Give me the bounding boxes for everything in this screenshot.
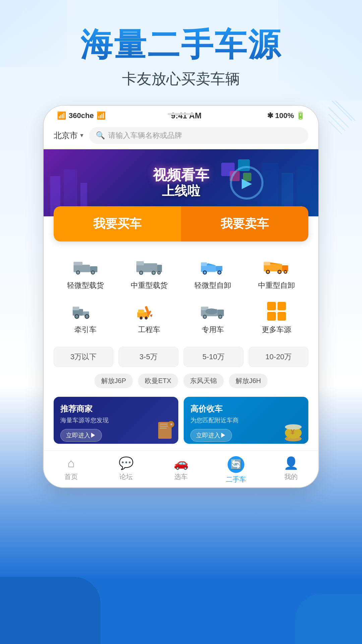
forum-icon: 💬	[119, 456, 134, 470]
location-text: 北京市	[54, 130, 78, 141]
search-area: 北京市 ▼ 🔍 请输入车辆名称或品牌	[44, 124, 318, 149]
svg-rect-41	[264, 262, 270, 265]
play-icon: ▶	[242, 175, 252, 191]
more-icon	[261, 301, 292, 321]
bottom-cards: 推荐商家 海量车源等您发现 立即进入▶ ★ 高价收车 为您匹配附近车商 立即进入…	[44, 393, 318, 450]
heavy-dump-icon	[261, 257, 292, 277]
price-tag-1[interactable]: 3-5万	[119, 347, 178, 367]
category-more[interactable]: 更多车源	[245, 296, 308, 340]
light-cargo-icon	[70, 257, 101, 277]
location-button[interactable]: 北京市 ▼	[54, 130, 84, 141]
nav-label-forum: 论坛	[119, 472, 133, 481]
svg-point-48	[285, 271, 287, 273]
search-input-box[interactable]: 🔍 请输入车辆名称或品牌	[89, 127, 308, 144]
merchant-card-title: 推荐商家	[60, 404, 172, 414]
svg-point-21	[92, 271, 94, 273]
category-label-5: 工程车	[138, 325, 160, 335]
svg-point-19	[77, 271, 79, 273]
search-placeholder: 请输入车辆名称或品牌	[108, 130, 182, 141]
price-tag-2[interactable]: 5-10万	[184, 347, 243, 367]
car-select-icon: 🚗	[174, 456, 189, 470]
buy-button[interactable]: 我要买车	[54, 206, 181, 241]
merchant-card-deco: ★	[155, 420, 175, 440]
category-light-dump[interactable]: 轻微型自卸	[181, 252, 245, 296]
svg-point-70	[219, 315, 222, 318]
highprice-card-btn[interactable]: 立即进入▶	[190, 429, 232, 442]
svg-point-30	[158, 272, 160, 274]
dropdown-arrow-icon: ▼	[79, 132, 84, 139]
header-area: 海量二手车源 卡友放心买卖车辆	[0, 0, 362, 102]
svg-point-62	[145, 316, 148, 319]
signal-icon: 📶	[57, 111, 66, 120]
category-special[interactable]: 专用车	[181, 296, 245, 340]
category-light-cargo[interactable]: 轻微型载货	[54, 252, 117, 296]
used-car-active-circle: 🔄	[228, 456, 244, 473]
sell-button[interactable]: 我要卖车	[181, 206, 308, 241]
nav-used-car[interactable]: 🔄 二手车	[208, 456, 263, 484]
category-tractor[interactable]: 牵引车	[54, 296, 117, 340]
category-label-1: 中重型载货	[131, 280, 168, 290]
svg-rect-57	[138, 310, 144, 313]
svg-rect-23	[136, 261, 144, 265]
price-tags: 3万以下 3-5万 5-10万 10-20万	[44, 343, 318, 372]
status-bar-time: 9:41 AM	[171, 111, 201, 120]
svg-point-38	[218, 271, 221, 273]
price-tag-3[interactable]: 10-20万	[249, 347, 308, 367]
nav-label-usedcar: 二手车	[226, 475, 246, 484]
price-tag-0[interactable]: 3万以下	[54, 347, 113, 367]
merchant-card-btn[interactable]: 立即进入▶	[60, 429, 102, 442]
banner-play-button[interactable]: ▶	[230, 166, 263, 200]
engineering-icon	[134, 301, 164, 321]
svg-rect-50	[73, 307, 79, 310]
highprice-card[interactable]: 高价收车 为您匹配附近车商 立即进入▶ ¥	[184, 397, 308, 444]
carrier-name: 360che	[69, 111, 94, 120]
nav-forum[interactable]: 💬 论坛	[99, 456, 154, 484]
bottom-nav: ⌂ 首页 💬 论坛 🚗 选车 🔄 二手车 👤 我的	[44, 450, 318, 487]
brand-tag-0[interactable]: 解放J6P	[95, 374, 133, 388]
home-icon: ⌂	[67, 456, 75, 470]
bg-deco-bottom-left	[0, 577, 101, 644]
phone-speaker	[168, 113, 194, 115]
status-bar-left: 📶 360che 📶	[57, 111, 106, 120]
phone-wrapper: 📶 360che 📶 9:41 AM ✱ 100% 🔋 北京市 ▼ 🔍 请输入车…	[0, 106, 362, 487]
svg-point-44	[267, 271, 269, 273]
phone-mockup: 📶 360che 📶 9:41 AM ✱ 100% 🔋 北京市 ▼ 🔍 请输入车…	[44, 106, 318, 487]
brand-tag-2[interactable]: 东风天锦	[183, 374, 224, 388]
category-heavy-cargo[interactable]: 中重型载货	[117, 252, 181, 296]
svg-rect-15	[73, 265, 90, 272]
svg-rect-74	[160, 428, 167, 429]
svg-rect-31	[201, 265, 216, 272]
category-label-0: 轻微型载货	[67, 280, 104, 290]
wifi-icon: 📶	[97, 111, 106, 120]
merchant-card[interactable]: 推荐商家 海量车源等您发现 立即进入▶ ★	[54, 397, 178, 444]
svg-point-55	[85, 315, 88, 318]
brand-tag-3[interactable]: 解放J6H	[229, 374, 268, 388]
svg-point-53	[75, 315, 78, 318]
nav-car-select[interactable]: 🚗 选车	[154, 456, 208, 484]
bluetooth-icon: ✱	[267, 111, 273, 120]
svg-point-36	[203, 271, 206, 273]
special-vehicle-icon	[198, 301, 228, 321]
banner-text-line1: 视频看车	[153, 167, 209, 183]
svg-rect-73	[160, 426, 168, 427]
category-label-2: 轻微型自卸	[194, 280, 231, 290]
category-label-3: 中重型自卸	[258, 280, 295, 290]
category-label-7: 更多车源	[262, 325, 291, 335]
highprice-card-deco: ¥	[282, 420, 305, 442]
category-heavy-dump[interactable]: 中重型自卸	[245, 252, 308, 296]
nav-profile[interactable]: 👤 我的	[263, 456, 318, 484]
sub-title: 卡友放心买卖车辆	[20, 69, 342, 89]
status-bar-right: ✱ 100% 🔋	[267, 111, 305, 120]
tractor-icon	[70, 301, 101, 321]
battery-text: 100%	[275, 111, 294, 120]
category-label-4: 牵引车	[74, 325, 97, 335]
nav-label-home: 首页	[64, 472, 78, 481]
brand-tag-1[interactable]: 欧曼ETX	[138, 374, 178, 388]
svg-point-28	[153, 271, 155, 274]
nav-home[interactable]: ⌂ 首页	[44, 456, 99, 484]
used-car-icon: 🔄	[230, 459, 242, 470]
highprice-card-title: 高价收车	[190, 404, 302, 414]
category-engineering[interactable]: 工程车	[117, 296, 181, 340]
main-title: 海量二手车源	[20, 27, 342, 62]
buy-sell-area: 我要买车 我要卖车	[54, 206, 308, 241]
